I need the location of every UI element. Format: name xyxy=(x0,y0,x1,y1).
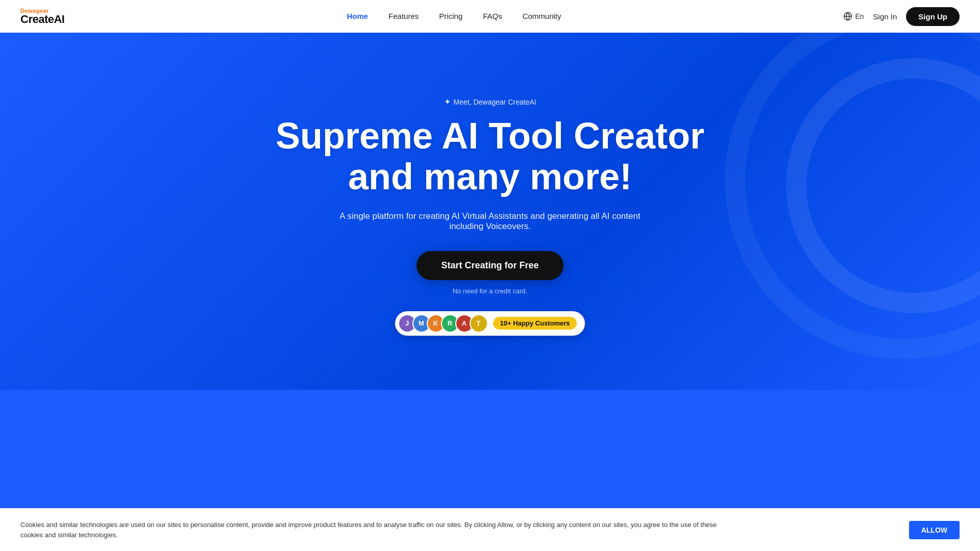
avatar-6: T xyxy=(470,314,488,333)
nav-item-pricing[interactable]: Pricing xyxy=(439,12,462,21)
signin-button[interactable]: Sign In xyxy=(873,12,897,21)
nav-links: Home Features Pricing FAQs Community xyxy=(347,12,561,21)
nav-link-faqs[interactable]: FAQs xyxy=(483,12,502,20)
avatars-group: J M K R A T xyxy=(398,314,488,333)
customers-pill: J M K R A T 10+ Happy Customers xyxy=(395,311,585,336)
customers-count-label: 10+ Happy Customers xyxy=(493,317,577,330)
navbar: Dewagear CreateAI Home Features Pricing … xyxy=(0,0,980,33)
nav-item-features[interactable]: Features xyxy=(388,12,419,21)
nav-item-community[interactable]: Community xyxy=(523,12,561,21)
globe-icon xyxy=(843,12,852,21)
hero-title: Supreme AI Tool Creator and many more! xyxy=(276,116,704,196)
nav-item-faqs[interactable]: FAQs xyxy=(483,12,502,21)
nav-link-home[interactable]: Home xyxy=(347,12,368,20)
hero-badge: ✦ Meet, Dewagear CreateAI xyxy=(444,97,536,107)
lang-label: En xyxy=(855,12,864,20)
customers-suffix: Happy Customers xyxy=(511,319,570,327)
nav-right: En Sign In Sign Up xyxy=(843,7,960,26)
cookie-text: Cookies and similar technologies are use… xyxy=(20,520,735,540)
badge-text: Meet, Dewagear CreateAI xyxy=(454,98,536,106)
logo[interactable]: Dewagear CreateAI xyxy=(20,8,64,25)
hero-subtitle: A single platform for creating AI Virtua… xyxy=(327,211,653,232)
signup-button[interactable]: Sign Up xyxy=(906,7,960,26)
badge-icon: ✦ xyxy=(444,97,451,107)
logo-bottom: CreateAI xyxy=(20,14,64,25)
cta-button[interactable]: Start Creating for Free xyxy=(416,251,563,280)
allow-button[interactable]: ALLOW xyxy=(909,521,960,539)
nav-item-home[interactable]: Home xyxy=(347,12,368,21)
nav-link-pricing[interactable]: Pricing xyxy=(439,12,462,20)
no-credit-card-text: No need for a credit card. xyxy=(453,287,528,295)
hero-title-line2: and many more! xyxy=(348,156,632,197)
customers-count: 10+ xyxy=(500,319,511,327)
nav-link-features[interactable]: Features xyxy=(388,12,419,20)
language-button[interactable]: En xyxy=(843,12,864,21)
nav-link-community[interactable]: Community xyxy=(523,12,561,20)
cookie-banner: Cookies and similar technologies are use… xyxy=(0,508,980,551)
hero-title-line1: Supreme AI Tool Creator xyxy=(276,115,704,156)
hero-section: ✦ Meet, Dewagear CreateAI Supreme AI Too… xyxy=(0,33,980,390)
